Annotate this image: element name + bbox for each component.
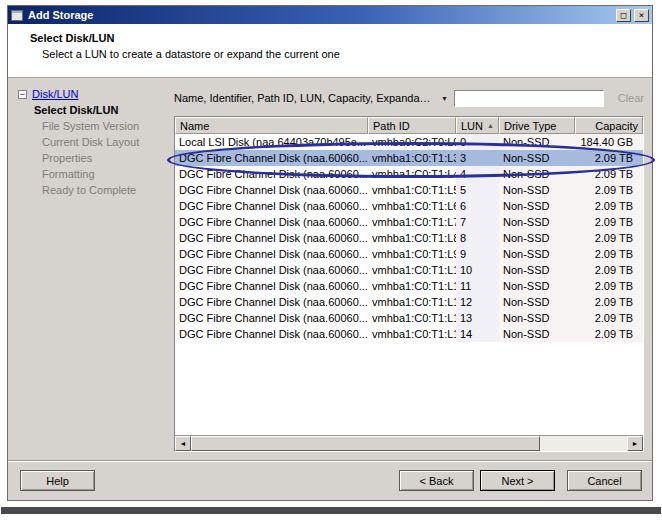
scroll-right-icon[interactable]: ► (627, 436, 643, 451)
table-row[interactable]: DGC Fibre Channel Disk (naa.60060...vmhb… (175, 150, 643, 166)
cell-name: DGC Fibre Channel Disk (naa.60060... (175, 150, 368, 166)
cell-name: DGC Fibre Channel Disk (naa.60060... (175, 326, 368, 342)
titlebar[interactable]: Add Storage □ × (8, 6, 652, 24)
cell-lun: 8 (456, 230, 499, 246)
tree-collapse-icon[interactable]: − (18, 90, 27, 99)
column-header-label: Path ID (373, 120, 410, 132)
maximize-button[interactable]: □ (616, 9, 631, 22)
cell-name: DGC Fibre Channel Disk (naa.60060... (175, 246, 368, 262)
cell-lun: 4 (456, 166, 499, 182)
table-row[interactable]: DGC Fibre Channel Disk (naa.60060...vmhb… (175, 262, 643, 278)
cell-lun: 3 (456, 150, 499, 166)
cell-drive: Non-SSD (499, 150, 575, 166)
column-header-label: LUN (461, 120, 483, 132)
add-storage-dialog: Add Storage □ × Select Disk/LUN Select a… (7, 5, 653, 501)
cell-name: DGC Fibre Channel Disk (naa.60060... (175, 182, 368, 198)
cell-lun: 12 (456, 294, 499, 310)
cell-capacity: 2.09 TB (575, 198, 643, 214)
table-row[interactable]: DGC Fibre Channel Disk (naa.60060...vmhb… (175, 230, 643, 246)
page-title: Select Disk/LUN (30, 32, 642, 44)
close-button[interactable]: × (634, 9, 649, 22)
dialog-footer: Help < Back Next > Cancel (8, 460, 652, 500)
cell-path: vmhba1:C0:T1:L14 (368, 326, 456, 342)
wizard-header: Select Disk/LUN Select a LUN to create a… (8, 24, 652, 78)
cell-drive: Non-SSD (499, 166, 575, 182)
wizard-step-select-disk-lun: Select Disk/LUN (34, 104, 168, 116)
cell-capacity: 2.09 TB (575, 294, 643, 310)
column-header-lun[interactable]: LUN▲ (456, 117, 499, 134)
scrollbar-thumb[interactable] (191, 436, 540, 451)
horizontal-scrollbar[interactable]: ◄ ► (175, 435, 643, 451)
wizard-steps-sidebar: − Disk/LUN Select Disk/LUNFile System Ve… (18, 88, 168, 452)
window-icon (11, 10, 23, 21)
table-row[interactable]: DGC Fibre Channel Disk (naa.60060...vmhb… (175, 214, 643, 230)
table-row[interactable]: DGC Fibre Channel Disk (naa.60060...vmhb… (175, 310, 643, 326)
table-row[interactable]: DGC Fibre Channel Disk (naa.60060...vmhb… (175, 246, 643, 262)
column-header-name[interactable]: Name (175, 117, 368, 134)
cell-lun: 9 (456, 246, 499, 262)
cell-capacity: 2.09 TB (575, 262, 643, 278)
cell-name: DGC Fibre Channel Disk (naa.60060... (175, 198, 368, 214)
table-row[interactable]: DGC Fibre Channel Disk (naa.60060...vmhb… (175, 166, 643, 182)
column-header-label: Drive Type (504, 120, 556, 132)
wizard-step-formatting: Formatting (42, 168, 168, 180)
table-row[interactable]: DGC Fibre Channel Disk (naa.60060...vmhb… (175, 182, 643, 198)
table-header-row: Name Path ID LUN▲ Drive Type Capacity (175, 117, 643, 134)
cell-path: vmhba1:C0:T1:L13 (368, 310, 456, 326)
cell-drive: Non-SSD (499, 294, 575, 310)
column-header-drive-type[interactable]: Drive Type (499, 117, 575, 134)
table-body: Local LSI Disk (naa.64403a70b495e...vmhb… (175, 134, 643, 435)
sidebar-item-disk-lun[interactable]: Disk/LUN (32, 88, 78, 100)
wizard-step-ready-to-complete: Ready to Complete (42, 184, 168, 196)
column-header-capacity[interactable]: Capacity (575, 117, 643, 134)
cancel-button[interactable]: Cancel (567, 470, 642, 491)
cell-drive: Non-SSD (499, 326, 575, 342)
wizard-step-list: Select Disk/LUNFile System VersionCurren… (18, 104, 168, 196)
cell-path: vmhba1:C0:T1:L6 (368, 198, 456, 214)
clear-filter-button[interactable]: Clear (610, 92, 644, 104)
cell-name: DGC Fibre Channel Disk (naa.60060... (175, 262, 368, 278)
cell-capacity: 2.09 TB (575, 278, 643, 294)
cell-lun: 0 (456, 134, 499, 150)
table-row[interactable]: DGC Fibre Channel Disk (naa.60060...vmhb… (175, 326, 643, 342)
cell-lun: 6 (456, 198, 499, 214)
dialog-body: − Disk/LUN Select Disk/LUNFile System Ve… (8, 78, 652, 460)
table-row[interactable]: DGC Fibre Channel Disk (naa.60060...vmhb… (175, 198, 643, 214)
cell-path: vmhba1:C0:T1:L4 (368, 166, 456, 182)
cell-drive: Non-SSD (499, 214, 575, 230)
filter-search-input[interactable] (454, 90, 604, 107)
cell-capacity: 2.09 TB (575, 246, 643, 262)
cell-lun: 13 (456, 310, 499, 326)
cell-drive: Non-SSD (499, 198, 575, 214)
scroll-left-icon[interactable]: ◄ (175, 436, 191, 451)
cell-path: vmhba0:C2:T0:L0 (368, 134, 456, 150)
scrollbar-track[interactable] (191, 436, 627, 451)
cell-path: vmhba1:C0:T1:L12 (368, 294, 456, 310)
cell-capacity: 2.09 TB (575, 326, 643, 342)
bottom-capture-bar (1, 507, 661, 514)
filter-row: Name, Identifier, Path ID, LUN, Capacity… (174, 88, 644, 108)
column-header-label: Capacity (595, 120, 638, 132)
next-button[interactable]: Next > (480, 470, 555, 491)
cell-drive: Non-SSD (499, 278, 575, 294)
cell-drive: Non-SSD (499, 134, 575, 150)
help-button[interactable]: Help (20, 470, 95, 491)
column-header-path-id[interactable]: Path ID (368, 117, 456, 134)
column-header-label: Name (180, 120, 209, 132)
cell-path: vmhba1:C0:T1:L3 (368, 150, 456, 166)
table-row[interactable]: DGC Fibre Channel Disk (naa.60060...vmhb… (175, 294, 643, 310)
table-row[interactable]: Local LSI Disk (naa.64403a70b495e...vmhb… (175, 134, 643, 150)
back-button[interactable]: < Back (399, 470, 474, 491)
filter-field-selector[interactable]: Name, Identifier, Path ID, LUN, Capacity… (174, 92, 448, 104)
chevron-down-icon: ▼ (441, 95, 448, 102)
page-subtitle: Select a LUN to create a datastore or ex… (42, 48, 642, 60)
window-title: Add Storage (26, 9, 613, 21)
cell-lun: 14 (456, 326, 499, 342)
table-row[interactable]: DGC Fibre Channel Disk (naa.60060...vmhb… (175, 278, 643, 294)
cell-drive: Non-SSD (499, 246, 575, 262)
cell-name: DGC Fibre Channel Disk (naa.60060... (175, 230, 368, 246)
cell-path: vmhba1:C0:T1:L8 (368, 230, 456, 246)
cell-capacity: 2.09 TB (575, 182, 643, 198)
cell-path: vmhba1:C0:T1:L11 (368, 278, 456, 294)
main-panel: Name, Identifier, Path ID, LUN, Capacity… (174, 88, 644, 452)
